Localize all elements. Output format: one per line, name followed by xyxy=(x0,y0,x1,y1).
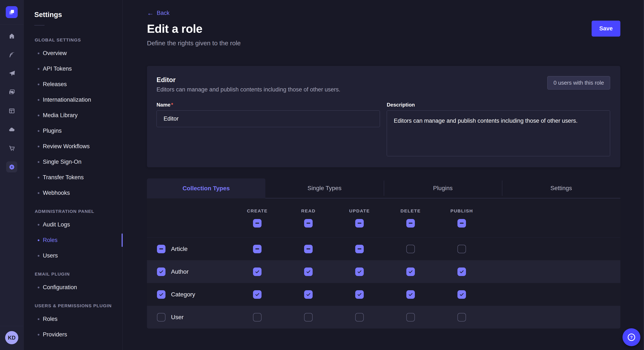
permission-cell xyxy=(385,245,436,253)
row-label-cell: User xyxy=(147,313,232,322)
sidebar-item-users[interactable]: Users xyxy=(24,248,122,263)
permissions-table: CREATEREADUPDATEDELETEPUBLISH ArticleAut… xyxy=(147,198,620,329)
table-row-category: Category xyxy=(147,283,620,306)
permission-cell xyxy=(385,290,436,299)
column-header-label: PUBLISH xyxy=(450,208,473,213)
role-name-heading: Editor xyxy=(156,76,340,84)
tab-settings[interactable]: Settings xyxy=(502,178,620,198)
sidebar-item-overview[interactable]: Overview xyxy=(24,45,122,61)
checkbox-select-all-read[interactable] xyxy=(304,219,313,227)
sidebar-item-media-library[interactable]: Media Library xyxy=(24,108,122,123)
checkbox-category-publish[interactable] xyxy=(458,290,466,299)
permission-cell xyxy=(436,245,487,253)
feather-icon[interactable] xyxy=(6,49,17,60)
checkbox-article-update[interactable] xyxy=(355,245,364,253)
strapi-logo[interactable] xyxy=(6,6,18,18)
description-textarea[interactable]: Editors can manage and publish contents … xyxy=(387,110,610,156)
avatar[interactable]: KD xyxy=(5,331,18,344)
permission-cell xyxy=(334,290,385,299)
media-library-icon[interactable] xyxy=(6,87,17,98)
sidebar-item-transfer-tokens[interactable]: Transfer Tokens xyxy=(24,170,122,185)
checkbox-article-delete[interactable] xyxy=(406,245,415,253)
cloud-icon[interactable] xyxy=(6,124,17,135)
column-header-create: CREATE xyxy=(232,198,283,237)
help-button[interactable]: ? xyxy=(622,328,640,346)
checkbox-user-read[interactable] xyxy=(304,313,313,322)
sidebar-item-configuration[interactable]: Configuration xyxy=(24,280,122,295)
row-label: Author xyxy=(171,268,189,275)
sidebar-item-internationalization[interactable]: Internationalization xyxy=(24,92,122,108)
checkbox-author-create[interactable] xyxy=(253,268,262,276)
sidebar-item-providers[interactable]: Providers xyxy=(24,327,122,342)
nav-list: Audit LogsRolesUsers xyxy=(24,217,122,263)
checkbox-category-create[interactable] xyxy=(253,290,262,299)
checkbox-user-delete[interactable] xyxy=(406,313,415,322)
sidebar-item-api-tokens[interactable]: API Tokens xyxy=(24,61,122,77)
layout-icon[interactable] xyxy=(6,105,17,116)
permission-cell xyxy=(334,313,385,322)
column-header-label: DELETE xyxy=(400,208,421,213)
column-header-label: READ xyxy=(301,208,316,213)
checkbox-article-create[interactable] xyxy=(253,245,262,253)
checkbox-author-update[interactable] xyxy=(355,268,364,276)
checkbox-select-all-update[interactable] xyxy=(355,219,364,227)
checkbox-category-update[interactable] xyxy=(355,290,364,299)
rail-icon-nav xyxy=(6,30,17,173)
sidebar-item-label: Roles xyxy=(43,237,58,243)
sidebar-item-audit-logs[interactable]: Audit Logs xyxy=(24,217,122,232)
home-icon[interactable] xyxy=(6,30,17,41)
back-link[interactable]: ← Back xyxy=(147,9,170,16)
sidebar-item-label: Media Library xyxy=(43,112,78,119)
tab-single-types[interactable]: Single Types xyxy=(265,178,384,198)
save-button[interactable]: Save xyxy=(592,21,620,37)
sidebar-item-roles[interactable]: Roles xyxy=(24,232,122,248)
checkbox-user-update[interactable] xyxy=(355,313,364,322)
sidebar-item-label: Transfer Tokens xyxy=(43,174,84,181)
checkbox-category-read[interactable] xyxy=(304,290,313,299)
checkbox-article-publish[interactable] xyxy=(458,245,466,253)
users-with-role-badge[interactable]: 0 users with this role xyxy=(547,76,610,90)
settings-gear-icon[interactable] xyxy=(6,161,17,173)
role-fields: Name* Description Editors can manage and… xyxy=(156,102,610,157)
subnav-sections: GLOBAL SETTINGSOverviewAPI TokensRelease… xyxy=(24,37,122,342)
checkbox-select-all-create[interactable] xyxy=(253,219,262,227)
permission-cell xyxy=(385,268,436,276)
sidebar-item-plugins[interactable]: Plugins xyxy=(24,123,122,139)
tab-collection-types[interactable]: Collection Types xyxy=(147,178,265,198)
checkbox-row-category[interactable] xyxy=(157,290,166,299)
checkbox-row-user[interactable] xyxy=(157,313,166,322)
paper-plane-icon[interactable] xyxy=(6,68,17,79)
nav-section-label-users-permissions-plugin: USERS & PERMISSIONS PLUGIN xyxy=(35,303,122,308)
name-input[interactable] xyxy=(156,110,380,127)
checkbox-user-publish[interactable] xyxy=(458,313,466,322)
tab-plugins[interactable]: Plugins xyxy=(384,178,502,198)
sidebar-item-releases[interactable]: Releases xyxy=(24,77,122,92)
sidebar-item-label: Releases xyxy=(43,81,67,88)
page-header: Edit a role Save xyxy=(147,21,620,37)
page-subtitle: Define the rights given to the role xyxy=(147,39,620,47)
permission-cell xyxy=(232,290,283,299)
row-label: User xyxy=(171,314,184,321)
permission-cell xyxy=(232,245,283,253)
checkbox-author-delete[interactable] xyxy=(406,268,415,276)
checkbox-author-publish[interactable] xyxy=(458,268,466,276)
checkbox-article-read[interactable] xyxy=(304,245,313,253)
rail-bottom: KD xyxy=(0,326,24,350)
checkbox-category-delete[interactable] xyxy=(406,290,415,299)
sidebar-item-label: API Tokens xyxy=(43,65,72,72)
cart-icon[interactable] xyxy=(6,143,17,154)
sidebar-item-webhooks[interactable]: Webhooks xyxy=(24,185,122,201)
checkbox-select-all-publish[interactable] xyxy=(458,219,466,227)
nav-section-label-email-plugin: EMAIL PLUGIN xyxy=(35,272,122,277)
svg-text:?: ? xyxy=(630,335,633,340)
sidebar-item-single-sign-on[interactable]: Single Sign-On xyxy=(24,154,122,170)
checkbox-user-create[interactable] xyxy=(253,313,262,322)
checkbox-row-article[interactable] xyxy=(157,245,166,253)
description-label: Description xyxy=(387,102,610,108)
sidebar-item-roles[interactable]: Roles xyxy=(24,311,122,327)
back-label: Back xyxy=(157,10,170,16)
checkbox-row-author[interactable] xyxy=(157,268,166,276)
checkbox-author-read[interactable] xyxy=(304,268,313,276)
sidebar-item-review-workflows[interactable]: Review Workflows xyxy=(24,139,122,154)
checkbox-select-all-delete[interactable] xyxy=(406,219,415,227)
